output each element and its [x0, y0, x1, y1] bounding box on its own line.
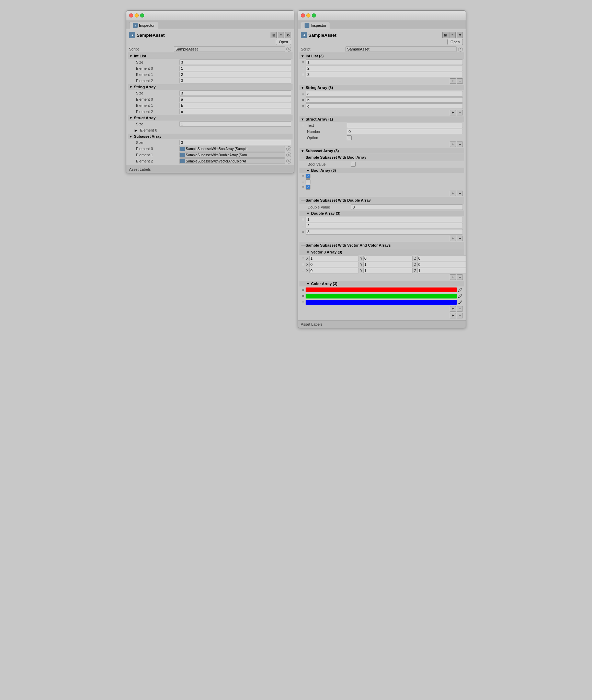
- right-vec2-y-input[interactable]: [363, 268, 413, 273]
- right-double-minus-btn[interactable]: −: [457, 236, 463, 241]
- right-subasset-minus-btn[interactable]: −: [457, 313, 463, 318]
- left-maximize-button[interactable]: [140, 13, 144, 18]
- right-str-elem0-value[interactable]: [306, 91, 463, 97]
- right-minimize-button[interactable]: [306, 13, 310, 18]
- left-str-size-value[interactable]: [179, 90, 291, 96]
- left-str-elem1-value[interactable]: [179, 103, 291, 108]
- right-vec2-z-input[interactable]: [417, 268, 466, 273]
- left-subasset-elem2-circle[interactable]: ○: [286, 159, 291, 163]
- right-vec-minus-btn[interactable]: −: [457, 274, 463, 280]
- left-script-circle[interactable]: ○: [286, 47, 291, 52]
- right-color1-eyedropper[interactable]: 🖊: [457, 293, 463, 299]
- left-string-array-header[interactable]: ▼ String Array: [128, 84, 293, 90]
- right-color-minus-btn[interactable]: −: [457, 306, 463, 312]
- right-bool-array-header[interactable]: ▼ Bool Array (3): [299, 168, 464, 173]
- left-int-list-arrow: ▼: [129, 54, 133, 58]
- left-open-button[interactable]: Open: [276, 39, 291, 45]
- right-color0-bar[interactable]: [306, 287, 457, 292]
- right-struct-number-value[interactable]: [347, 129, 463, 134]
- right-bool-value-label: Bool Value: [306, 162, 351, 166]
- left-int-size-value[interactable]: [179, 59, 291, 65]
- right-double-value-input[interactable]: [351, 204, 463, 210]
- right-str-elem1-value[interactable]: [306, 97, 463, 103]
- right-vec1-y-input[interactable]: [363, 262, 413, 267]
- right-color2-bar[interactable]: [306, 300, 457, 305]
- right-double-elem1-value[interactable]: [306, 223, 463, 228]
- right-open-button[interactable]: Open: [447, 39, 463, 45]
- right-struct-option-checkbox[interactable]: [347, 135, 352, 140]
- right-str-elem2-value[interactable]: [306, 103, 463, 109]
- right-close-button[interactable]: [301, 13, 305, 18]
- right-bool-minus-btn[interactable]: −: [457, 191, 463, 196]
- left-subasset-header[interactable]: ▼ Subasset Array: [128, 134, 293, 139]
- left-int-elem2-value[interactable]: [179, 78, 291, 83]
- right-struct-minus-btn[interactable]: −: [457, 142, 463, 147]
- right-vec0-x-input[interactable]: [309, 256, 359, 261]
- right-bool-elem1-checkbox[interactable]: [306, 179, 310, 184]
- right-struct-array-header[interactable]: ▼ Struct Array (1): [299, 116, 464, 122]
- left-int-elem1-value[interactable]: [179, 72, 291, 77]
- right-double-array-header[interactable]: ▼ Double Array (3): [299, 211, 464, 216]
- right-double-subsection-header[interactable]: — Sample Subasset With Double Array: [299, 197, 464, 204]
- right-vec2-x-input[interactable]: [309, 268, 359, 273]
- right-icon-btn-1[interactable]: ⊞: [442, 32, 448, 38]
- left-minimize-button[interactable]: [135, 13, 139, 18]
- right-vector-array-header[interactable]: ▼ Vector 3 Array (3): [299, 249, 464, 255]
- right-color-plus-btn[interactable]: +: [450, 306, 456, 312]
- left-icon-btn-3[interactable]: ⚙: [285, 32, 291, 38]
- left-close-button[interactable]: [129, 13, 133, 18]
- left-int-elem0-value[interactable]: [179, 66, 291, 71]
- right-double-plus-btn[interactable]: +: [450, 236, 456, 241]
- right-int-elem1-value[interactable]: [306, 66, 463, 71]
- right-bool-plus-btn[interactable]: +: [450, 191, 456, 196]
- right-vector-subsection-header[interactable]: — Sample Subasset With Vector And Color …: [299, 242, 464, 249]
- left-subasset-elem0-circle[interactable]: ○: [286, 146, 291, 151]
- right-asset-icon: ◄: [301, 32, 307, 38]
- right-int-elem0-value[interactable]: [306, 59, 463, 65]
- right-icon-btn-2[interactable]: ≡: [449, 32, 456, 38]
- left-icon-btn-2[interactable]: ≡: [278, 32, 284, 38]
- left-struct-array-header[interactable]: ▼ Struct Array: [128, 115, 293, 121]
- right-bool-value-checkbox[interactable]: [351, 162, 356, 167]
- right-color-array-header[interactable]: ▼ Color Array (3): [299, 281, 464, 286]
- right-subasset-plus-btn[interactable]: +: [450, 313, 456, 318]
- right-bool-elem2-checkbox[interactable]: ✓: [306, 185, 310, 190]
- right-script-circle[interactable]: ○: [458, 47, 463, 52]
- right-int-minus-btn[interactable]: −: [457, 78, 463, 84]
- left-icon-btn-1[interactable]: ⊞: [271, 32, 277, 38]
- right-color2-eyedropper[interactable]: 🖊: [457, 300, 463, 305]
- right-struct-plus-btn[interactable]: +: [450, 142, 456, 147]
- right-vec0-z-input[interactable]: [417, 256, 466, 261]
- left-str-elem0-value[interactable]: [179, 97, 291, 102]
- right-vec-plus-btn[interactable]: +: [450, 274, 456, 280]
- right-double-elem0-value[interactable]: [306, 217, 463, 222]
- right-struct-text-value[interactable]: [347, 123, 463, 128]
- right-int-elem2-value[interactable]: [306, 72, 463, 77]
- left-panel-content: ◄ SampleAsset ⊞ ≡ ⚙ Open Script SampleAs…: [126, 29, 294, 166]
- right-maximize-button[interactable]: [312, 13, 316, 18]
- right-string-array-header[interactable]: ▼ String Array (3): [299, 85, 464, 90]
- left-subasset-size-value[interactable]: [179, 140, 291, 145]
- right-color0-eyedropper[interactable]: 🖊: [457, 287, 463, 293]
- right-int-plus-btn[interactable]: +: [450, 78, 456, 84]
- right-str-plus-btn[interactable]: +: [450, 110, 456, 115]
- right-subasset-label: Subasset Array (3): [306, 149, 339, 153]
- right-vec0-y-input[interactable]: [363, 256, 413, 261]
- right-bool-subsection-header[interactable]: — Sample Subasset With Bool Array: [299, 154, 464, 161]
- right-vec1-x-input[interactable]: [309, 262, 359, 267]
- right-bool-elem0-checkbox[interactable]: ✓: [306, 174, 310, 179]
- right-vec1-z-input[interactable]: [417, 262, 466, 267]
- right-inspector-tab[interactable]: i Inspector: [301, 22, 330, 29]
- right-vec2-x-label: X: [306, 269, 309, 273]
- left-subasset-elem1-circle[interactable]: ○: [286, 153, 291, 157]
- right-str-minus-btn[interactable]: −: [457, 110, 463, 115]
- left-int-list-header[interactable]: ▼ Int List: [128, 53, 293, 59]
- left-str-elem2-value[interactable]: [179, 109, 291, 114]
- right-double-elem2-value[interactable]: [306, 229, 463, 235]
- right-subasset-header[interactable]: ▼ Subasset Array (3): [299, 148, 464, 154]
- left-struct-size-value[interactable]: [179, 121, 291, 127]
- right-int-list-header[interactable]: ▼ Int List (3): [299, 53, 464, 59]
- right-icon-btn-3[interactable]: ⚙: [457, 32, 463, 38]
- right-color1-bar[interactable]: [306, 294, 457, 298]
- left-inspector-tab[interactable]: i Inspector: [129, 22, 158, 29]
